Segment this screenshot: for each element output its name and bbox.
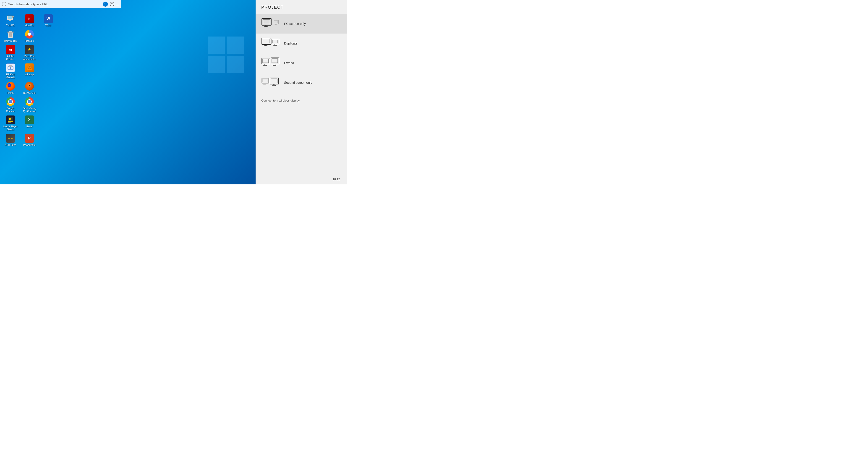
dewi-chrome-icon	[25, 97, 34, 106]
desktop-icon-excel[interactable]: X Excel	[21, 114, 38, 132]
desktop-icon-mpc[interactable]: Media Player Classic	[2, 114, 19, 132]
svg-rect-6	[9, 20, 11, 21]
duplicate-icon	[261, 38, 280, 49]
svg-rect-33	[275, 25, 277, 25]
desktop-icon-word[interactable]: W Word	[40, 13, 57, 28]
bing-icon[interactable]	[103, 2, 108, 7]
help-icon[interactable]: ?	[110, 2, 114, 6]
desktop-icon-this-pc[interactable]: This PC	[2, 13, 19, 28]
desktop-icon-videopad[interactable]: VideoPad Video Editor	[21, 44, 38, 61]
extend-label: Extend	[284, 61, 294, 65]
svg-rect-29	[264, 27, 268, 27]
svg-rect-3	[227, 56, 244, 73]
svg-rect-1	[227, 36, 244, 54]
excel-label: Excel	[27, 125, 32, 128]
picasa-label: Picasa 3	[25, 39, 34, 42]
desktop-icon-winamp[interactable]: W Winamp	[21, 62, 38, 80]
project-option-second-screen[interactable]: Second screen only	[256, 73, 347, 92]
epson-label: EPSON Manuals	[3, 73, 18, 79]
recycle-bin-icon	[6, 30, 15, 39]
more-options-icon[interactable]: ...	[116, 2, 119, 6]
svg-rect-15	[9, 65, 12, 67]
extend-icon	[261, 57, 280, 69]
svg-rect-27	[263, 20, 270, 24]
desktop-icon-epson[interactable]: EPSON Manuals	[2, 62, 19, 80]
address-bar-text: Search the web or type a URL	[8, 2, 101, 6]
globe-icon	[2, 2, 6, 6]
desktop-icon-google-chrome[interactable]: Google Chrome	[2, 96, 19, 114]
svg-rect-41	[274, 45, 277, 45]
nitro-pro-icon: N	[25, 14, 34, 23]
powerpoint-label: PowerPoint	[23, 144, 36, 147]
svg-rect-24	[8, 121, 13, 122]
time-display: 18:12	[328, 175, 345, 183]
svg-rect-2	[208, 56, 225, 73]
videopad-label: VideoPad Video Editor	[22, 55, 37, 60]
icon-row-1: Recycle Bin Picasa 3	[2, 29, 57, 43]
svg-rect-55	[271, 79, 277, 83]
desktop: Search the web or type a URL ? ...	[0, 0, 255, 184]
nch-icon: NCH	[6, 134, 15, 143]
icon-row-6: Media Player Classic X Excel	[2, 114, 57, 132]
project-option-duplicate[interactable]: Duplicate	[256, 34, 347, 53]
svg-line-13	[11, 33, 12, 37]
project-panel: PROJECT PC screen only	[255, 0, 347, 184]
desktop-icon-powerpoint[interactable]: P PowerPoint	[21, 133, 38, 147]
desktop-icons-container: This PC N Nitro Pro W Word	[0, 11, 59, 149]
svg-rect-10	[9, 31, 12, 32]
google-chrome-icon	[6, 97, 15, 106]
svg-rect-25	[8, 122, 11, 123]
pc-screen-only-icon	[261, 18, 280, 29]
svg-rect-57	[272, 85, 276, 86]
desktop-icon-firefox[interactable]: Firefox	[2, 81, 19, 95]
icon-row-0: This PC N Nitro Pro W Word	[2, 13, 57, 28]
adobe-icon: Ai	[6, 45, 15, 54]
videopad-icon	[25, 45, 34, 54]
desktop-icon-picasa[interactable]: Picasa 3	[21, 29, 38, 43]
svg-rect-35	[263, 39, 269, 43]
word-icon: W	[44, 14, 53, 23]
desktop-icon-blender[interactable]: Blender 3.6	[21, 81, 38, 95]
svg-rect-45	[264, 65, 267, 65]
desktop-icon-nitro-pro[interactable]: N Nitro Pro	[21, 13, 38, 28]
adobe-label: Adobe Creati...	[3, 55, 18, 60]
mpc-label: Media Player Classic	[3, 125, 18, 131]
pc-screen-only-label: PC screen only	[284, 22, 306, 26]
firefox-icon	[6, 82, 15, 91]
svg-rect-5	[8, 17, 12, 19]
project-option-pc-screen-only[interactable]: PC screen only	[256, 14, 347, 34]
desktop-icon-adobe[interactable]: Ai Adobe Creati...	[2, 44, 19, 61]
icon-row-2: Ai Adobe Creati... VideoPad Video Editor	[2, 44, 57, 61]
svg-rect-51	[262, 79, 267, 82]
icon-row-3: EPSON Manuals W Winamp	[2, 62, 57, 80]
svg-rect-39	[273, 40, 278, 43]
desktop-icon-dewi-chrome[interactable]: Dewi (Orang 1) - Chrome	[21, 96, 38, 114]
svg-rect-43	[262, 59, 269, 63]
powerpoint-icon: P	[25, 134, 34, 143]
project-option-extend[interactable]: Extend	[256, 53, 347, 73]
svg-point-20	[29, 85, 30, 86]
winamp-icon: W	[25, 63, 34, 72]
svg-rect-31	[274, 21, 278, 23]
excel-icon: X	[25, 115, 34, 124]
icon-row-5: Google Chrome Dewi (Orang 1) - Chrome	[2, 96, 57, 114]
dewi-chrome-label: Dewi (Orang 1) - Chrome	[22, 107, 37, 113]
svg-text:W: W	[29, 67, 30, 69]
svg-rect-49	[273, 65, 276, 65]
nch-label: NCH Suite	[5, 144, 16, 147]
icon-row-4: Firefox Blender 3.6	[2, 81, 57, 95]
blender-label: Blender 3.6	[23, 92, 36, 94]
this-pc-icon	[6, 14, 15, 23]
duplicate-label: Duplicate	[284, 41, 297, 45]
desktop-icon-nch[interactable]: NCH NCH Suite	[2, 133, 19, 147]
svg-rect-7	[8, 21, 12, 21]
icon-row-7: NCH NCH Suite P PowerPoint	[2, 133, 57, 147]
desktop-icon-recycle-bin[interactable]: Recycle Bin	[2, 29, 19, 43]
mpc-icon	[6, 115, 15, 124]
connect-wireless-link[interactable]: Connect to a wireless display	[256, 94, 347, 107]
word-label: Word	[45, 24, 51, 27]
browser-address-bar[interactable]: Search the web or type a URL ? ...	[0, 0, 121, 8]
epson-icon	[6, 63, 15, 72]
second-screen-only-icon	[261, 77, 280, 88]
windows-logo	[208, 36, 244, 73]
